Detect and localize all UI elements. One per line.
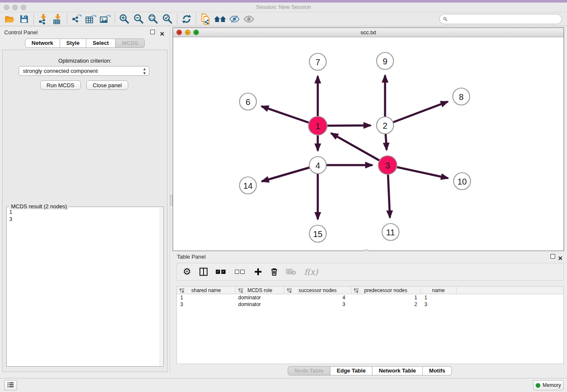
close-panel-icon[interactable]: ✕ — [160, 29, 165, 39]
minimize-network-icon[interactable]: − — [185, 30, 190, 35]
zoom-in-icon — [119, 14, 130, 25]
app-titlebar: Session: New Session — [0, 3, 567, 12]
vertical-splitter[interactable] — [170, 28, 173, 373]
cell-successor-nodes: 3 — [284, 301, 351, 308]
split-columns-icon[interactable] — [199, 265, 208, 278]
import-table-button[interactable] — [50, 13, 65, 25]
open-session-button[interactable] — [3, 13, 17, 25]
node-label-9: 9 — [383, 57, 387, 66]
tab-network-table[interactable]: Network Table — [372, 366, 423, 375]
search-icon: 🔍︎ — [443, 16, 448, 22]
select-all-icon[interactable]: ✓✓ — [216, 265, 227, 278]
list-icon — [7, 382, 14, 388]
result-line: 1 — [9, 209, 158, 216]
criterion-dropdown[interactable]: strongly connected component ▲▼ — [19, 66, 149, 76]
table-row[interactable]: 1 dominator 4 1 1 — [177, 294, 563, 301]
delete-table-icon[interactable] — [286, 265, 296, 278]
task-list-button[interactable] — [4, 380, 17, 390]
gear-icon[interactable]: ⚙ — [183, 265, 191, 278]
node-table: shared name MCDS role successor nodes pr… — [176, 286, 564, 364]
minimize-window-icon[interactable] — [12, 5, 18, 10]
tab-edge-table[interactable]: Edge Table — [330, 366, 372, 375]
float-panel-icon[interactable] — [550, 254, 555, 259]
toolbar-separator — [67, 14, 67, 25]
zoom-selected-button[interactable] — [160, 13, 175, 25]
mcds-result-list[interactable]: 1 3 — [8, 209, 158, 365]
column-header-name[interactable]: name — [421, 287, 457, 294]
status-bar: Memory — [0, 378, 567, 392]
zoom-out-button[interactable] — [132, 13, 146, 25]
network-window-titlebar[interactable]: ✕ − + scc.txt — [173, 28, 564, 37]
tab-network[interactable]: Network — [25, 39, 60, 48]
node-label-15: 15 — [313, 229, 322, 239]
close-panel-icon[interactable]: ✕ — [558, 253, 563, 263]
edge-2-8[interactable] — [385, 102, 448, 125]
main-toolbar: 🔍︎ — [0, 12, 567, 26]
export-image-button[interactable] — [98, 13, 113, 25]
result-scrollbar[interactable] — [159, 207, 163, 366]
cell-shared-name: 1 — [177, 294, 236, 301]
tab-mcds[interactable]: MCDS — [116, 39, 145, 48]
node-label-7: 7 — [315, 58, 320, 67]
refresh-view-button[interactable] — [179, 13, 194, 25]
tab-select[interactable]: Select — [86, 39, 116, 48]
home-icon — [214, 14, 226, 24]
attribute-icon — [354, 288, 358, 293]
run-mcds-button[interactable]: Run MCDS — [40, 80, 81, 90]
table-toolbar: ⚙ ✓✓ f(x) — [176, 263, 564, 281]
tab-motifs[interactable]: Motifs — [423, 366, 452, 375]
clone-network-icon — [200, 13, 211, 25]
cell-mcds-role: dominator — [236, 294, 284, 301]
network-graph-canvas[interactable]: 7968124314101511 — [173, 37, 564, 251]
home-layout-button[interactable] — [213, 13, 227, 25]
search-input[interactable] — [439, 14, 562, 24]
save-session-button[interactable] — [17, 13, 31, 25]
table-row[interactable]: 3 dominator 3 2 3 — [177, 301, 563, 308]
close-window-icon[interactable] — [4, 5, 9, 10]
table-panel-header: Table Panel ✕ — [173, 252, 567, 263]
cell-name: 3 — [421, 301, 457, 308]
node-label-4: 4 — [315, 161, 320, 170]
import-network-button[interactable] — [36, 13, 50, 25]
memory-button[interactable]: Memory — [533, 380, 564, 390]
close-panel-button[interactable]: Close panel — [86, 80, 128, 90]
optimization-criterion-label: Optimization criterion: — [3, 58, 167, 64]
zoom-in-button[interactable] — [117, 13, 132, 25]
window-resize-handle[interactable] — [364, 249, 369, 251]
maximize-window-icon[interactable] — [21, 5, 26, 10]
float-panel-icon[interactable] — [150, 30, 155, 34]
function-builder-icon[interactable]: f(x) — [304, 265, 318, 278]
export-table-button[interactable] — [84, 13, 98, 25]
hide-panels-button[interactable] — [227, 13, 242, 25]
column-header-predecessor-nodes[interactable]: predecessor nodes — [351, 287, 421, 294]
eye-icon — [243, 14, 255, 24]
maximize-network-icon[interactable]: + — [193, 30, 199, 35]
session-title: Session: New Session — [0, 3, 567, 12]
close-network-icon[interactable]: ✕ — [176, 30, 182, 35]
column-header-shared-name[interactable]: shared name — [177, 287, 236, 294]
zoom-fit-button[interactable] — [146, 13, 160, 25]
delete-column-icon[interactable] — [270, 265, 278, 278]
tab-node-table[interactable]: Node Table — [288, 366, 330, 375]
show-eye-button[interactable] — [242, 13, 256, 25]
clone-network-button[interactable] — [198, 13, 213, 25]
mcds-result-group: MCDS result (2 nodes) 1 3 — [6, 207, 164, 367]
add-column-icon[interactable] — [254, 265, 262, 278]
memory-label: Memory — [542, 382, 561, 388]
export-network-button[interactable] — [69, 13, 84, 25]
table-tabs: Node Table Edge Table Network Table Moti… — [173, 366, 567, 375]
export-image-icon — [99, 14, 111, 25]
deselect-all-icon[interactable] — [235, 265, 246, 278]
tab-style[interactable]: Style — [60, 39, 86, 48]
toolbar-separator — [177, 14, 177, 25]
node-label-8: 8 — [459, 92, 463, 102]
memory-status-icon — [536, 383, 540, 388]
column-header-mcds-role[interactable]: MCDS role — [236, 287, 284, 294]
checked-box-icon: ✓ — [221, 270, 226, 274]
column-header-successor-nodes[interactable]: successor nodes — [284, 287, 351, 294]
node-label-6: 6 — [245, 97, 250, 107]
zoom-fit-icon — [148, 14, 159, 25]
node-label-11: 11 — [386, 228, 395, 237]
cell-name: 1 — [421, 294, 457, 301]
cell-shared-name: 3 — [177, 301, 236, 308]
